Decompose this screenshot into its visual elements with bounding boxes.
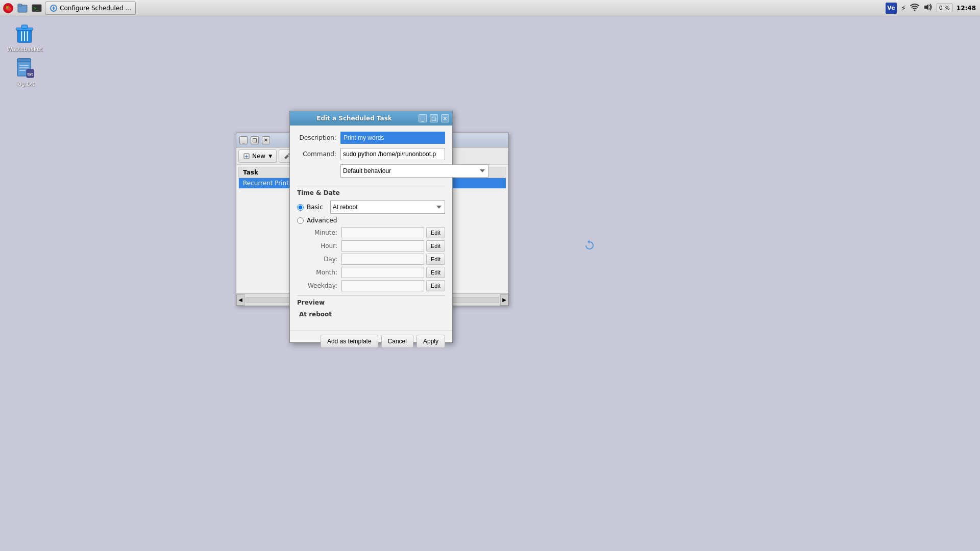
apply-button[interactable]: Apply	[416, 335, 445, 348]
svg-text:🍓: 🍓	[5, 5, 12, 12]
advanced-radio-row: Advanced	[297, 217, 445, 224]
new-icon: +	[243, 153, 250, 160]
separator-2	[297, 295, 445, 296]
day-label: Day:	[306, 256, 339, 263]
minute-input[interactable]	[341, 227, 424, 238]
svg-rect-16	[17, 59, 31, 62]
dialog-minimize[interactable]: _	[419, 114, 427, 122]
basic-schedule-dropdown[interactable]: At reboot	[330, 201, 445, 214]
hour-label: Hour:	[306, 242, 339, 249]
taskbar-left: 🍓 >_ Configure Scheduled ...	[0, 2, 136, 15]
basic-label: Basic	[307, 204, 323, 211]
svg-point-7	[914, 10, 915, 11]
preview-value-row: At reboot	[297, 310, 445, 318]
svg-rect-11	[21, 25, 27, 29]
filemanager-icon[interactable]	[16, 2, 29, 14]
minute-label: Minute:	[306, 229, 339, 236]
advanced-radio[interactable]	[297, 217, 304, 224]
command-row: Command:	[297, 148, 445, 160]
svg-text:+: +	[244, 154, 249, 159]
month-edit-button[interactable]: Edit	[426, 267, 445, 278]
month-row: Month: Edit	[306, 267, 445, 278]
new-dropdown-arrow: ▼	[268, 154, 272, 159]
preview-label: Preview	[297, 299, 325, 306]
advanced-label: Advanced	[307, 217, 337, 224]
refresh-icon	[583, 239, 596, 252]
volume-icon	[923, 3, 933, 13]
preview-row: Preview	[297, 299, 445, 308]
dialog-content: Description: Command: Default behaviour …	[290, 126, 452, 328]
trash-image	[14, 23, 35, 44]
behaviour-dropdown[interactable]: Default behaviour	[340, 164, 488, 178]
hour-input[interactable]	[341, 240, 424, 252]
weekday-label: Weekday:	[306, 282, 339, 289]
svg-marker-8	[924, 4, 928, 10]
minute-edit-button[interactable]: Edit	[426, 227, 445, 238]
taskbar-right: Ve ⚡ 0 % 12:48	[886, 3, 980, 14]
description-input[interactable]	[340, 132, 445, 144]
day-input[interactable]	[341, 254, 424, 265]
month-label: Month:	[306, 269, 339, 276]
preview-value: At reboot	[299, 311, 332, 318]
configure-scheduled-label: Configure Scheduled ...	[60, 5, 131, 12]
separator-1	[297, 187, 445, 187]
time-date-label: Time & Date	[297, 189, 445, 196]
weekday-input[interactable]	[341, 280, 424, 291]
dialog-maximize[interactable]: □	[430, 114, 438, 122]
description-row: Description:	[297, 132, 445, 144]
wifi-icon	[910, 3, 919, 13]
month-input[interactable]	[341, 267, 424, 278]
svg-text:>_: >_	[34, 6, 39, 11]
command-input[interactable]	[340, 148, 445, 160]
day-edit-button[interactable]: Edit	[426, 254, 445, 265]
dialog-titlebar: Edit a Scheduled Task _ □ ✕	[290, 111, 452, 126]
basic-radio-row: Basic At reboot	[297, 201, 445, 214]
bg-window-minimize[interactable]: _	[239, 136, 248, 144]
command-label: Command:	[297, 151, 340, 158]
edit-scheduled-task-dialog: Edit a Scheduled Task _ □ ✕ Description:…	[289, 111, 453, 343]
bg-window-close[interactable]: ✕	[262, 136, 270, 144]
behaviour-row: Default behaviour	[297, 164, 445, 182]
hour-edit-button[interactable]: Edit	[426, 240, 445, 252]
preview-section: Preview At reboot	[297, 295, 445, 318]
taskbar: 🍓 >_ Configure Scheduled ...	[0, 0, 980, 16]
day-row: Day: Edit	[306, 254, 445, 265]
battery-indicator: 0 %	[937, 4, 952, 12]
dialog-close[interactable]: ✕	[441, 114, 449, 122]
log-txt-icon[interactable]: txt log.txt	[7, 56, 44, 89]
weekday-edit-button[interactable]: Edit	[426, 280, 445, 291]
file-image: txt	[15, 58, 36, 79]
wastebasket-label: Wastebasket	[7, 46, 42, 53]
cron-fields: Minute: Edit Hour: Edit Day: Edit Month:…	[306, 227, 445, 291]
new-button[interactable]: + New ▼	[238, 149, 277, 163]
add-template-button[interactable]: Add as template	[321, 335, 378, 348]
cancel-button[interactable]: Cancel	[381, 335, 413, 348]
hour-row: Hour: Edit	[306, 240, 445, 252]
terminal-icon[interactable]: >_	[31, 2, 43, 14]
scroll-right[interactable]: ▶	[500, 294, 508, 306]
configure-scheduled-button[interactable]: Configure Scheduled ...	[45, 2, 136, 15]
raspberry-icon[interactable]: 🍓	[2, 2, 14, 14]
minute-row: Minute: Edit	[306, 227, 445, 238]
refresh-icon-wrap	[582, 238, 597, 253]
bg-window-maximize[interactable]: □	[251, 136, 259, 144]
dialog-title: Edit a Scheduled Task	[293, 115, 415, 122]
log-txt-label: log.txt	[16, 81, 34, 87]
weekday-row: Weekday: Edit	[306, 280, 445, 291]
bluetooth-icon: ⚡	[901, 4, 906, 12]
scroll-left[interactable]: ◀	[236, 294, 244, 306]
description-label: Description:	[297, 134, 340, 141]
clock: 12:48	[957, 5, 976, 12]
ve-icon: Ve	[886, 3, 897, 14]
basic-radio[interactable]	[297, 204, 304, 211]
wastebasket-icon[interactable]: Wastebasket	[6, 21, 43, 55]
dialog-buttons: Add as template Cancel Apply	[290, 330, 452, 352]
svg-text:txt: txt	[27, 72, 33, 77]
svg-rect-3	[18, 4, 22, 6]
